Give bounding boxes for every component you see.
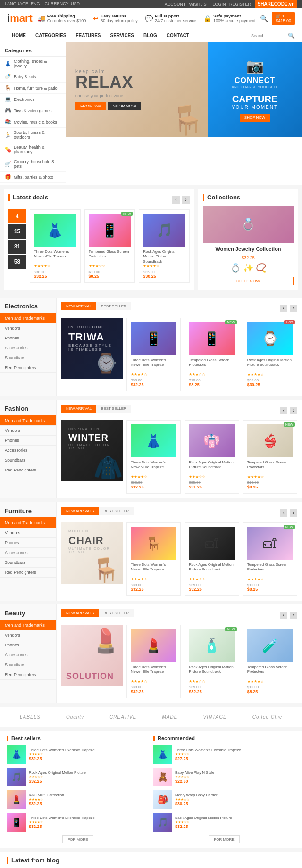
deals-next-btn[interactable]: ›	[182, 196, 190, 204]
beauty-product-1: 💄 Three Dots Women's Newer-Elle Trapeze …	[126, 625, 181, 698]
elec-menu-4[interactable]: Accessories	[0, 343, 56, 353]
nav-services[interactable]: SERVICES	[106, 29, 139, 42]
cat-item-clothing[interactable]: 👗Clothing, shoes & jewelry	[0, 57, 66, 71]
furniture-menu-6[interactable]: Red Pencighters	[0, 568, 56, 578]
wishlist-link[interactable]: WISHLIST	[189, 2, 209, 7]
fashion-tab-new[interactable]: NEW ARRIVAL	[61, 405, 96, 413]
bs-for-more-btn[interactable]: FOR MORE	[62, 835, 93, 843]
fashion-menu-1[interactable]: Men and Trademarks	[0, 416, 56, 426]
elec-next-btn[interactable]: ›	[290, 305, 297, 312]
cart-button[interactable]: 🛒 1 $415.00	[272, 12, 295, 25]
cat-item-toys[interactable]: 🎮Toys & video games	[0, 105, 66, 116]
cat-item-gifts[interactable]: 🎁Gifts, parties & photo	[0, 172, 66, 183]
furniture-row: MODERN CHAIR ULTIMATE COLOR TREND 🪑 🪑 Th…	[61, 522, 297, 596]
login-link[interactable]: LOGIN	[213, 2, 226, 7]
nav-blog[interactable]: BLOG	[139, 29, 162, 42]
nav-features[interactable]: FEATURES	[71, 29, 105, 42]
cat-item-grocery[interactable]: 🛒Grocery, household & pets	[0, 157, 66, 172]
cat-item-beauty[interactable]: 💊Beauty, health & pharmacy	[0, 142, 66, 157]
fashion-menu-5[interactable]: Soundbars	[0, 455, 56, 465]
elec-menu-6[interactable]: Red Pencighters	[0, 363, 56, 373]
fashion-menu-6[interactable]: Red Pencighters	[0, 465, 56, 475]
beauty-tab-best[interactable]: BEST SELLER	[99, 609, 134, 617]
deal-num-3[interactable]: 31	[8, 240, 26, 254]
beauty-menu-3[interactable]: Phones	[0, 640, 56, 650]
beauty-menu-6[interactable]: Red Pencighters	[0, 670, 56, 680]
rec-item-1-info: Three Dots Women's Exerable Trapeze ★★★★…	[175, 748, 295, 761]
brand-creative[interactable]: CREATIVE	[109, 714, 136, 719]
furniture-menu-4[interactable]: Accessories	[0, 548, 56, 558]
register-link[interactable]: REGISTER	[229, 2, 251, 7]
deal-num-1[interactable]: 4	[8, 209, 26, 223]
brand-coffee[interactable]: Coffee Chic	[252, 714, 282, 719]
fashion-product-3-old: $10.00	[247, 480, 293, 485]
beauty-menu-2[interactable]: Vendors	[0, 630, 56, 640]
deal-product-1-stars: ★★★★☆	[34, 264, 76, 268]
search-btn-icon[interactable]: 🔍	[288, 33, 295, 39]
hero-btn2[interactable]: SHOP NOW	[108, 102, 141, 110]
elec-menu-2[interactable]: Vendors	[0, 323, 56, 333]
rec-item-4-name: Back Ages Original Mellon Picture	[175, 816, 295, 820]
cat-item-baby[interactable]: 🍼Baby & kids	[0, 71, 66, 83]
cat-item-movies[interactable]: 📚Movies, music & books	[0, 116, 66, 128]
fashion-menu-3[interactable]: Phones	[0, 436, 56, 446]
fashion-menu-2[interactable]: Vendors	[0, 426, 56, 436]
beauty-tab-new[interactable]: NEW ARRIVALS	[61, 609, 99, 617]
rec-for-more-btn[interactable]: FOR MORE	[209, 835, 239, 843]
elec-menu-1[interactable]: Men and Trademarks	[0, 314, 56, 323]
beauty-prev-btn[interactable]: ‹	[280, 612, 287, 619]
rec-item-4-price: $32.25	[175, 824, 295, 829]
currency-selector[interactable]: CURRENCY: USD	[45, 1, 80, 6]
electronics-row: INTRODUCING TRIWA BECAUSE STYLE IS TIMEL…	[61, 318, 297, 391]
beauty-product-2: NEW 🧴 Rock Ages Original Motion Picture …	[185, 625, 239, 698]
hero-btn1[interactable]: FROM $99	[76, 102, 106, 110]
logo[interactable]: imart	[7, 12, 33, 25]
furniture-product-3-image: 🛋	[247, 527, 293, 560]
feature-shipping: 🚚 Free shipping On orders over $100	[37, 14, 86, 23]
cat-item-sports[interactable]: 🏃Sports, fitness & outdoors	[0, 128, 66, 142]
furniture-menu-1[interactable]: Men and Trademarks	[0, 518, 56, 528]
elec-prev-btn[interactable]: ‹	[280, 305, 287, 312]
language-selector[interactable]: LANGUAGE: ENG	[5, 1, 40, 6]
elec-tab-new[interactable]: NEW ARRIVAL	[61, 302, 96, 310]
fashion-prev-btn[interactable]: ‹	[280, 407, 287, 414]
elec-menu-5[interactable]: Soundbars	[0, 353, 56, 363]
fashion-menu-4[interactable]: Accessories	[0, 446, 56, 455]
beauty-product-3-name: Tempered Glass Screen Protectors	[247, 665, 293, 678]
furniture-menu-5[interactable]: Soundbars	[0, 558, 56, 568]
brand-made[interactable]: MADE	[162, 714, 177, 719]
beauty-menu-1[interactable]: Men and Trademarks	[0, 620, 56, 630]
nav-home[interactable]: HOME	[7, 29, 31, 42]
brand-quality[interactable]: Quality	[66, 714, 84, 719]
cat-item-electronics[interactable]: 💻Electronics	[0, 94, 66, 105]
furniture-tab-new[interactable]: NEW ARRIVALS	[61, 507, 99, 515]
fashion-next-btn[interactable]: ›	[290, 407, 297, 414]
deals-prev-btn[interactable]: ‹	[172, 196, 180, 204]
electronics-banner-sub: BECAUSE STYLE IS TIMELESS	[68, 343, 116, 352]
beauty-menu-4[interactable]: Accessories	[0, 650, 56, 660]
deal-num-2[interactable]: 15	[8, 224, 26, 239]
furniture-menu-3[interactable]: Phones	[0, 538, 56, 548]
furniture-prev-btn[interactable]: ‹	[280, 509, 287, 517]
search-icon[interactable]: 🔍	[260, 15, 268, 22]
collection-shop-now-btn[interactable]: SHOP NOW	[203, 277, 294, 285]
elec-menu-3[interactable]: Phones	[0, 333, 56, 343]
deal-product-1-image: 👗	[34, 214, 76, 247]
beauty-next-btn[interactable]: ›	[290, 612, 297, 619]
brand-labels[interactable]: LABELS	[20, 714, 41, 719]
furniture-menu-2[interactable]: Vendors	[0, 528, 56, 538]
hero-shop-now-btn[interactable]: SHOP NOW	[240, 114, 270, 122]
elec-tab-best[interactable]: BEST SELLER	[96, 302, 131, 310]
bs-item-2-name: Rock Ages Original Mellon Picture	[29, 770, 149, 775]
beauty-menu-5[interactable]: Soundbars	[0, 660, 56, 670]
cat-item-home[interactable]: 🪑Home, furniture & patio	[0, 83, 66, 94]
brand-vintage[interactable]: VINTAGE	[203, 714, 226, 719]
deal-num-4[interactable]: 58	[8, 255, 26, 269]
nav-categories[interactable]: CATEGORIES	[31, 29, 71, 42]
search-input[interactable]	[248, 32, 285, 40]
furniture-next-btn[interactable]: ›	[290, 509, 297, 517]
nav-contact[interactable]: CONTACT	[162, 29, 194, 42]
fashion-tab-best[interactable]: BEST SELLER	[96, 405, 131, 413]
furniture-tab-best[interactable]: BEST SELLER	[99, 507, 134, 515]
account-link[interactable]: ACCOUNT	[165, 2, 185, 7]
